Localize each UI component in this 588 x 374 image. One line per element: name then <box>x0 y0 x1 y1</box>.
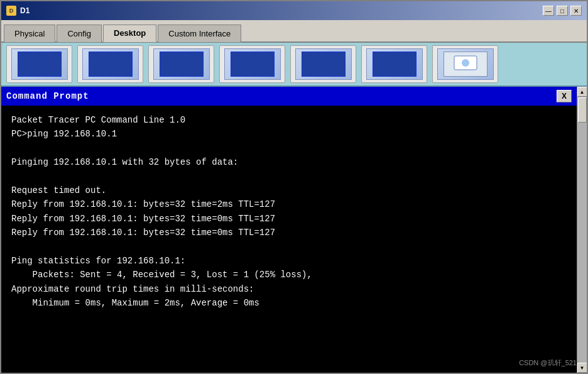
app-icon-1[interactable] <box>6 45 72 83</box>
cmd-close-button[interactable]: X <box>557 90 572 102</box>
app-icon-4-screen <box>231 52 275 77</box>
main-window: D D1 — □ ✕ Physical Config Desktop Custo… <box>0 0 588 374</box>
app-icon-6[interactable] <box>361 45 427 83</box>
cmd-title-bar: Command Prompt X <box>1 87 577 106</box>
scroll-down-button[interactable]: ▼ <box>577 363 587 373</box>
watermark: CSDN @玑轩_521 <box>519 358 577 368</box>
tabs-bar: Physical Config Desktop Custom Interface <box>1 20 587 43</box>
app-icon-4-inner <box>224 48 281 80</box>
app-icon-3-inner <box>153 48 210 80</box>
app-icon-2[interactable] <box>77 45 143 83</box>
app-icon-2-screen <box>89 52 133 77</box>
app-icon-7[interactable] <box>432 45 498 83</box>
cmd-window: Command Prompt X Packet Tracer PC Comman… <box>1 87 577 373</box>
app-icon-2-inner <box>82 48 139 80</box>
title-bar-left: D D1 <box>6 6 30 16</box>
cmd-body[interactable]: Packet Tracer PC Command Line 1.0 PC>pin… <box>1 106 577 373</box>
app-icon-5-inner <box>295 48 352 80</box>
tab-desktop-label: Desktop <box>114 28 146 38</box>
scroll-thumb[interactable] <box>578 97 587 123</box>
app-icon-6-inner <box>366 48 423 80</box>
app-icon-1-inner <box>11 48 68 80</box>
cmd-title-text: Command Prompt <box>6 91 89 101</box>
scroll-up-button[interactable]: ▲ <box>577 87 587 97</box>
tab-custom-interface[interactable]: Custom Interface <box>158 25 241 42</box>
app-icon-3[interactable] <box>148 45 214 83</box>
app-icon-3-screen <box>160 52 204 77</box>
tab-config-label: Config <box>67 29 91 38</box>
app-icon-5[interactable] <box>290 45 356 83</box>
content-area: Command Prompt X Packet Tracer PC Comman… <box>1 87 587 373</box>
tab-desktop[interactable]: Desktop <box>103 25 156 42</box>
tab-physical[interactable]: Physical <box>4 25 55 42</box>
app-icon-1-screen <box>18 52 62 77</box>
svg-point-3 <box>462 59 469 67</box>
window-title: D1 <box>20 6 30 15</box>
scroll-track <box>577 97 587 363</box>
tab-custom-interface-label: Custom Interface <box>168 29 231 38</box>
app-icon-7-inner <box>437 48 494 80</box>
app-icon: D <box>6 6 16 16</box>
cmd-output: Packet Tracer PC Command Line 1.0 PC>pin… <box>11 113 567 310</box>
maximize-button[interactable]: □ <box>557 6 568 16</box>
svg-text:D: D <box>9 8 14 14</box>
tab-physical-label: Physical <box>14 29 45 38</box>
title-bar-buttons: — □ ✕ <box>543 6 582 16</box>
app-icons-bar <box>1 43 587 87</box>
tab-config[interactable]: Config <box>57 25 102 42</box>
minimize-button[interactable]: — <box>543 6 554 16</box>
app-icon-4[interactable] <box>219 45 285 83</box>
app-icon-6-screen <box>373 52 416 77</box>
scrollbar[interactable]: ▲ ▼ <box>577 87 587 373</box>
app-icon-5-screen <box>302 52 346 77</box>
close-button[interactable]: ✕ <box>570 6 582 16</box>
title-bar: D D1 — □ ✕ <box>1 1 587 20</box>
